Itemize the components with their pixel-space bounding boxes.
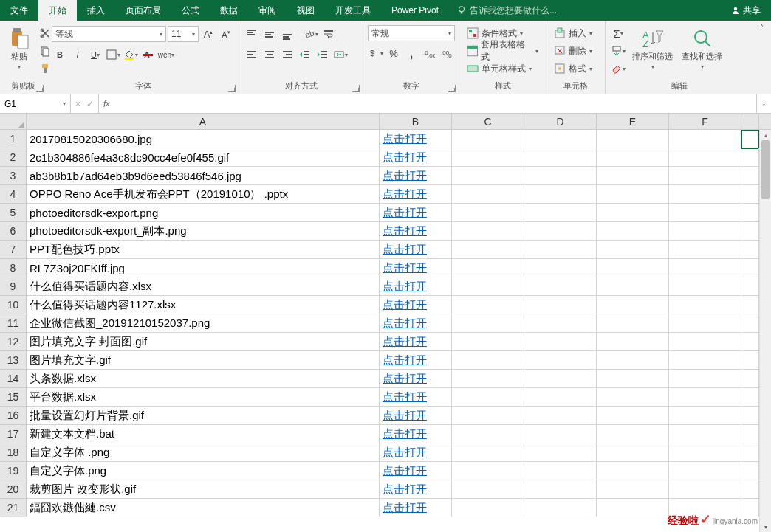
cell[interactable]: 点击打开: [380, 314, 452, 333]
row-header[interactable]: 16: [0, 407, 27, 425]
cell[interactable]: [524, 425, 597, 443]
cell[interactable]: photoeditorsdk-export.png: [27, 204, 380, 222]
cell[interactable]: [452, 370, 524, 388]
open-link[interactable]: 点击打开: [383, 317, 427, 331]
cell[interactable]: [669, 204, 741, 222]
cell[interactable]: [597, 222, 669, 241]
cell[interactable]: 点击打开: [380, 351, 452, 370]
cell[interactable]: 点击打开: [380, 148, 452, 167]
cell[interactable]: [452, 259, 524, 277]
scroll-down-button[interactable]: ▾: [760, 522, 771, 532]
cell[interactable]: [452, 351, 524, 370]
cell[interactable]: [597, 241, 669, 259]
orientation-button[interactable]: ab▾: [303, 26, 319, 42]
cell[interactable]: [524, 148, 597, 167]
font-color-button[interactable]: A▾: [140, 46, 157, 63]
tab-developer[interactable]: 开发工具: [325, 0, 381, 21]
cell[interactable]: [452, 130, 524, 148]
cell[interactable]: [669, 480, 741, 499]
cell[interactable]: 新建文本文档.bat: [27, 425, 380, 443]
cell[interactable]: [524, 167, 597, 185]
cell[interactable]: [452, 241, 524, 259]
border-button[interactable]: ▾: [105, 46, 121, 63]
cell[interactable]: [452, 148, 524, 167]
cell[interactable]: [524, 462, 597, 480]
cell[interactable]: [597, 185, 669, 204]
cell[interactable]: [524, 185, 597, 204]
cell[interactable]: 图片填充文字 封面图.gif: [27, 333, 380, 351]
share-button[interactable]: 共享: [721, 0, 771, 21]
number-format-select[interactable]: 常规▾: [368, 25, 455, 41]
open-link[interactable]: 点击打开: [383, 464, 427, 478]
cell[interactable]: 点击打开: [380, 222, 452, 241]
open-link[interactable]: 点击打开: [383, 243, 427, 257]
merge-center-button[interactable]: ▾: [332, 46, 349, 63]
tab-insert[interactable]: 插入: [77, 0, 115, 21]
vertical-scrollbar[interactable]: ▴ ▾: [759, 130, 771, 532]
cell[interactable]: photoeditorsdk-export_副本.png: [27, 222, 380, 241]
accounting-format-button[interactable]: $▾: [368, 45, 384, 61]
open-link[interactable]: 点击打开: [383, 372, 427, 386]
cancel-icon[interactable]: ×: [75, 99, 80, 109]
cell[interactable]: [452, 333, 524, 351]
cell[interactable]: [669, 130, 741, 148]
cell[interactable]: [452, 499, 524, 517]
collapse-ribbon-button[interactable]: ˄: [760, 24, 764, 32]
cell[interactable]: 点击打开: [380, 259, 452, 277]
open-link[interactable]: 点击打开: [383, 390, 427, 404]
cell[interactable]: 点击打开: [380, 167, 452, 185]
tab-data[interactable]: 数据: [210, 0, 248, 21]
table-format-button[interactable]: 套用表格格式▾: [464, 43, 541, 59]
cell[interactable]: [741, 462, 759, 480]
cell[interactable]: [741, 407, 759, 425]
open-link[interactable]: 点击打开: [383, 409, 427, 423]
cell[interactable]: [741, 277, 759, 296]
cell[interactable]: [452, 204, 524, 222]
open-link[interactable]: 点击打开: [383, 427, 427, 441]
tab-review[interactable]: 审阅: [248, 0, 287, 21]
confirm-icon[interactable]: ✓: [86, 99, 94, 109]
cell[interactable]: ab3b8b1b7ad64eb3b9d6eed53846f546.jpg: [27, 167, 380, 185]
open-link[interactable]: 点击打开: [383, 187, 427, 201]
comma-button[interactable]: ,: [403, 45, 419, 61]
row-header[interactable]: 17: [0, 425, 27, 443]
cell[interactable]: 点击打开: [380, 333, 452, 351]
cell[interactable]: 点击打开: [380, 370, 452, 388]
tab-powerpivot[interactable]: Power Pivot: [381, 0, 449, 21]
decrease-decimal-button[interactable]: .00.0: [439, 45, 455, 61]
cell[interactable]: [669, 407, 741, 425]
row-header[interactable]: 6: [0, 222, 27, 241]
cell[interactable]: 什么值得买话题内容1127.xlsx: [27, 296, 380, 314]
formula-input[interactable]: [114, 94, 756, 113]
cell[interactable]: 点击打开: [380, 185, 452, 204]
wrap-text-button[interactable]: [321, 26, 337, 42]
align-bottom-button[interactable]: [279, 26, 295, 42]
cell[interactable]: [452, 407, 524, 425]
format-cells-button[interactable]: 格式▾: [551, 61, 595, 77]
cell[interactable]: [669, 296, 741, 314]
row-header[interactable]: 4: [0, 185, 27, 204]
cell[interactable]: [597, 462, 669, 480]
cell[interactable]: RL7Z3oj20FKIff.jpg: [27, 259, 380, 277]
cell[interactable]: [597, 407, 669, 425]
italic-button[interactable]: I: [69, 46, 86, 63]
cell[interactable]: [669, 148, 741, 167]
row-header[interactable]: 14: [0, 370, 27, 388]
cell[interactable]: 2c1b304886fe4a3c8dc90cc4efe0f455.gif: [27, 148, 380, 167]
cell[interactable]: OPPO Reno Ace手机发布会PPT（20191010） .pptx: [27, 185, 380, 204]
cell[interactable]: [597, 370, 669, 388]
cell[interactable]: [597, 130, 669, 148]
cell-styles-button[interactable]: 单元格样式▾: [464, 61, 541, 77]
align-left-button[interactable]: [244, 46, 260, 63]
col-header-C[interactable]: C: [452, 114, 524, 129]
col-header-E[interactable]: E: [597, 114, 669, 129]
cell[interactable]: 平台数据.xlsx: [27, 388, 380, 407]
cell[interactable]: 20170815020306680.jpg: [27, 130, 380, 148]
cell[interactable]: [452, 222, 524, 241]
cell[interactable]: [452, 388, 524, 407]
cell[interactable]: [524, 241, 597, 259]
tab-view[interactable]: 视图: [287, 0, 325, 21]
row-header[interactable]: 3: [0, 167, 27, 185]
cell[interactable]: [597, 204, 669, 222]
cell[interactable]: [524, 259, 597, 277]
